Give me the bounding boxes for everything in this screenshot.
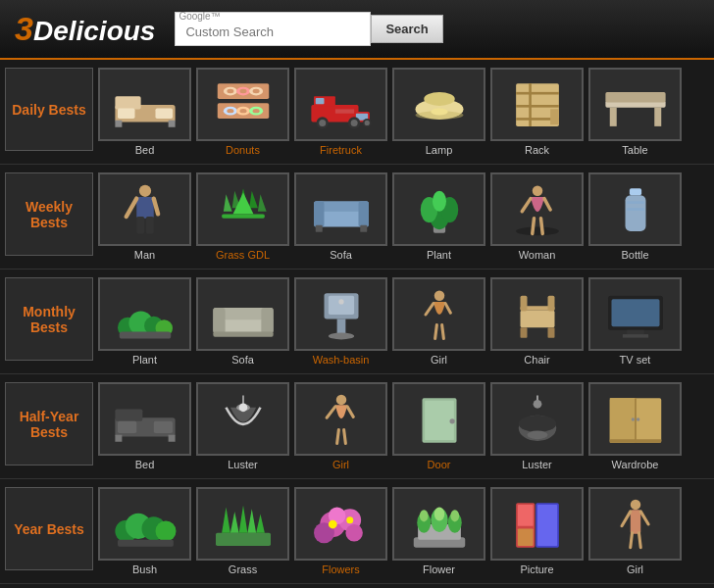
svg-line-173 xyxy=(630,532,632,547)
list-item[interactable]: Girl xyxy=(294,382,387,470)
item-label[interactable]: Sofa xyxy=(330,249,352,261)
item-label[interactable]: Wardrobe xyxy=(612,459,659,470)
items-row-year: BushGrassFlowersFlowerPictureGirl xyxy=(98,487,682,575)
svg-rect-79 xyxy=(627,208,644,211)
svg-rect-125 xyxy=(425,400,454,439)
svg-point-119 xyxy=(335,394,346,405)
list-item[interactable]: Plant xyxy=(98,277,191,366)
list-item[interactable]: TV set xyxy=(588,277,682,366)
section-label-halfyear[interactable]: Half-Year Bests xyxy=(5,382,93,466)
item-thumbnail xyxy=(588,487,682,561)
list-item[interactable]: Man xyxy=(98,172,191,261)
svg-point-130 xyxy=(533,399,541,408)
item-label[interactable]: Plant xyxy=(427,249,451,261)
item-label[interactable]: Man xyxy=(134,249,155,261)
item-label[interactable]: Grass GDL xyxy=(216,249,270,261)
list-item[interactable]: Grass xyxy=(196,487,289,575)
list-item[interactable]: Rack xyxy=(490,68,584,156)
list-item[interactable]: Firetruck xyxy=(294,68,387,156)
svg-rect-61 xyxy=(314,201,325,226)
svg-line-120 xyxy=(327,406,335,416)
section-row-daily: Daily BestsBedDonutsFiretruckLampRackTab… xyxy=(0,60,714,165)
list-item[interactable]: Plant xyxy=(392,172,485,261)
list-item[interactable]: Chair xyxy=(490,277,584,366)
svg-rect-115 xyxy=(168,434,175,441)
list-item[interactable]: Table xyxy=(588,68,682,156)
item-label[interactable]: Bottle xyxy=(621,249,648,261)
svg-rect-166 xyxy=(517,528,533,546)
list-item[interactable]: Bed xyxy=(98,382,191,470)
list-item[interactable]: Wash-basin xyxy=(294,277,387,366)
item-thumbnail xyxy=(392,487,485,561)
item-thumbnail xyxy=(588,277,682,351)
item-thumbnail xyxy=(392,68,485,141)
section-label-year[interactable]: Year Bests xyxy=(5,487,93,570)
item-label[interactable]: Flower xyxy=(423,564,455,575)
item-label[interactable]: Donuts xyxy=(226,144,260,156)
item-label[interactable]: Bush xyxy=(132,564,157,575)
item-label[interactable]: Lamp xyxy=(426,144,453,156)
svg-rect-105 xyxy=(547,327,554,338)
section-row-year: Year BestsBushGrassFlowersFlowerPictureG… xyxy=(0,479,714,584)
item-label[interactable]: Girl xyxy=(431,354,447,366)
list-item[interactable]: Lamp xyxy=(392,68,485,156)
item-label[interactable]: Door xyxy=(428,459,451,470)
list-item[interactable]: Flower xyxy=(392,487,485,575)
list-item[interactable]: Bed xyxy=(98,68,191,156)
item-label[interactable]: Rack xyxy=(525,144,549,156)
list-item[interactable]: Sofa xyxy=(294,172,387,261)
items-row-weekly: ManGrass GDLSofaPlantWomanBottle xyxy=(98,172,682,261)
item-label[interactable]: Bed xyxy=(135,459,155,470)
section-label-daily[interactable]: Daily Bests xyxy=(5,68,93,151)
item-label[interactable]: Picture xyxy=(520,564,553,575)
list-item[interactable]: Picture xyxy=(490,487,584,575)
list-item[interactable]: Luster xyxy=(490,382,584,470)
list-item[interactable]: Bottle xyxy=(588,172,682,261)
list-item[interactable]: Flowers xyxy=(294,487,387,575)
item-label[interactable]: Grass xyxy=(229,564,257,575)
svg-rect-3 xyxy=(155,108,173,119)
svg-point-69 xyxy=(433,190,446,211)
list-item[interactable]: Grass GDL xyxy=(196,172,289,261)
svg-rect-103 xyxy=(547,295,554,311)
list-item[interactable]: Girl xyxy=(392,277,485,366)
item-label[interactable]: Luster xyxy=(228,459,258,470)
svg-point-152 xyxy=(345,524,363,542)
item-label[interactable]: Sofa xyxy=(231,354,254,366)
list-item[interactable]: Woman xyxy=(490,172,584,261)
list-item[interactable]: Bush xyxy=(98,487,191,575)
svg-point-30 xyxy=(364,120,369,124)
svg-point-135 xyxy=(631,417,635,421)
search-button[interactable]: Search xyxy=(371,15,442,43)
item-label[interactable]: Table xyxy=(622,144,647,156)
svg-point-10 xyxy=(239,88,246,92)
svg-rect-45 xyxy=(605,91,665,102)
svg-rect-137 xyxy=(609,439,661,443)
item-label[interactable]: Plant xyxy=(132,354,157,366)
item-label[interactable]: Chair xyxy=(524,354,549,366)
list-item[interactable]: Wardrobe xyxy=(588,382,682,470)
item-label[interactable]: Girl xyxy=(627,564,643,575)
svg-marker-144 xyxy=(222,507,230,532)
item-label[interactable]: Girl xyxy=(332,459,349,470)
item-label[interactable]: TV set xyxy=(620,354,651,366)
item-label[interactable]: Flowers xyxy=(322,564,360,575)
item-label[interactable]: Woman xyxy=(519,249,556,261)
svg-line-73 xyxy=(544,198,550,209)
item-thumbnail xyxy=(98,277,191,351)
list-item[interactable]: Donuts xyxy=(196,68,289,156)
item-label[interactable]: Firetruck xyxy=(320,144,362,156)
item-label[interactable]: Luster xyxy=(522,459,552,470)
list-item[interactable]: Sofa xyxy=(196,277,289,366)
list-item[interactable]: Door xyxy=(392,382,485,470)
svg-point-154 xyxy=(328,519,336,528)
svg-rect-58 xyxy=(222,214,265,218)
list-item[interactable]: Luster xyxy=(196,382,289,470)
list-item[interactable]: Girl xyxy=(588,487,682,575)
item-label[interactable]: Wash-basin xyxy=(313,354,370,366)
google-label: Google™ xyxy=(178,11,220,22)
section-label-weekly[interactable]: Weekly Bests xyxy=(5,172,93,256)
section-label-monthly[interactable]: Monthly Bests xyxy=(5,277,93,361)
item-label[interactable]: Bed xyxy=(135,144,155,156)
item-thumbnail xyxy=(588,172,682,246)
